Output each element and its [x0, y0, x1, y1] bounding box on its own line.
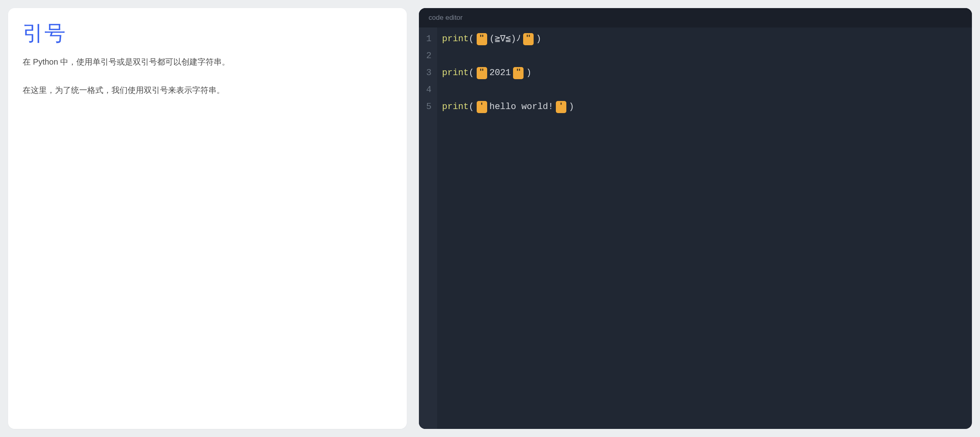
editor-gutter: 1 2 3 4 5: [419, 27, 437, 429]
lesson-paragraph-1: 在 Python 中，使用单引号或是双引号都可以创建字符串。: [23, 55, 392, 69]
lesson-title: 引号: [23, 19, 392, 48]
quote-chip-double: ": [523, 33, 534, 45]
quote-chip-double: ": [477, 33, 487, 45]
token-paren-close: ): [526, 65, 531, 82]
token-paren-close: ): [569, 99, 574, 116]
line-number: 5: [426, 99, 431, 116]
line-number: 4: [426, 82, 431, 99]
code-line[interactable]: print('hello world!'): [442, 99, 967, 116]
code-line-blank[interactable]: [442, 82, 967, 99]
token-function: print: [442, 65, 469, 82]
token-string-content: (≧∇≦)ﾉ: [490, 31, 521, 48]
line-number: 3: [426, 65, 431, 82]
token-function: print: [442, 99, 469, 116]
code-area[interactable]: print("(≧∇≦)ﾉ") print("2021") print('hel…: [437, 27, 972, 429]
editor-header: code editor: [419, 8, 972, 27]
line-number: 2: [426, 48, 431, 65]
editor-body: 1 2 3 4 5 print("(≧∇≦)ﾉ") print("2021") …: [419, 27, 972, 429]
code-line[interactable]: print("2021"): [442, 65, 967, 82]
lesson-paragraph-2: 在这里，为了统一格式，我们使用双引号来表示字符串。: [23, 83, 392, 97]
code-line-blank[interactable]: [442, 48, 967, 65]
line-number: 1: [426, 31, 431, 48]
token-function: print: [442, 31, 469, 48]
code-editor-panel: code editor 1 2 3 4 5 print("(≧∇≦)ﾉ") pr…: [419, 8, 972, 429]
quote-chip-single: ': [556, 101, 566, 113]
quote-chip-single: ': [477, 101, 487, 113]
lesson-panel: 引号 在 Python 中，使用单引号或是双引号都可以创建字符串。 在这里，为了…: [8, 8, 407, 429]
quote-chip-double: ": [477, 67, 487, 79]
token-paren-close: ): [536, 31, 541, 48]
code-line[interactable]: print("(≧∇≦)ﾉ"): [442, 31, 967, 48]
token-string-content: 2021: [490, 65, 511, 82]
token-paren-open: (: [469, 65, 474, 82]
quote-chip-double: ": [513, 67, 524, 79]
token-paren-open: (: [469, 31, 474, 48]
token-paren-open: (: [469, 99, 474, 116]
token-string-content: hello world!: [490, 99, 553, 116]
